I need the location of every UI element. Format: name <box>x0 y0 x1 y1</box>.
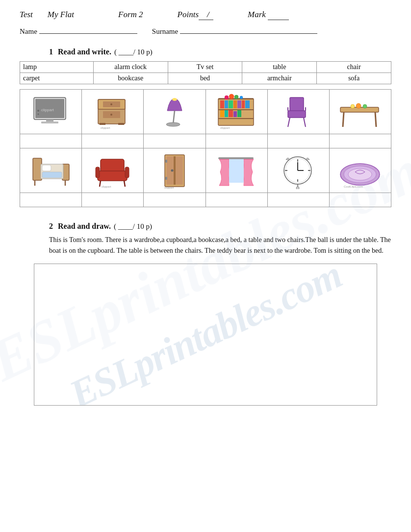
image-tv: clippart <box>20 90 82 134</box>
svg-rect-33 <box>233 111 237 117</box>
draw-area[interactable]: ESLprintables.com <box>34 264 377 406</box>
image-row2: clippart clippart <box>20 148 391 193</box>
svg-point-18 <box>172 98 177 101</box>
armchair-icon: clippart <box>91 152 135 189</box>
svg-text:clippart: clippart <box>101 126 110 129</box>
lamp-icon <box>153 94 197 130</box>
word-armchair: armchair <box>242 73 317 84</box>
svg-rect-55 <box>42 165 51 171</box>
section1-points: ( ____/ 10 p) <box>114 48 153 56</box>
svg-rect-22 <box>218 118 254 119</box>
answer-12[interactable] <box>330 193 391 207</box>
clock-icon <box>276 152 320 189</box>
svg-point-49 <box>351 104 355 108</box>
mark-blank <box>268 10 289 20</box>
image-lamp <box>144 90 206 134</box>
name-input-line[interactable] <box>39 26 137 34</box>
svg-rect-32 <box>229 110 233 117</box>
tv-icon: clippart <box>29 94 73 130</box>
curtains-icon <box>214 152 258 189</box>
answer-3[interactable] <box>144 134 206 148</box>
svg-point-4 <box>37 110 39 112</box>
svg-point-87 <box>348 169 372 180</box>
svg-rect-29 <box>245 100 250 108</box>
image-grid: clippart clippart <box>20 89 391 207</box>
surname-label: Surname <box>152 27 178 36</box>
carpet-icon: CoolClips.com <box>338 152 382 189</box>
image-row1: clippart clippart <box>20 90 391 134</box>
svg-line-48 <box>375 112 376 127</box>
svg-point-35 <box>225 96 229 99</box>
image-chair <box>268 90 330 134</box>
svg-rect-62 <box>125 167 129 178</box>
section2-points: ( ____/ 10 p) <box>114 222 152 231</box>
answer-7[interactable] <box>20 193 82 207</box>
svg-text:clippart: clippart <box>102 185 111 188</box>
nightstand-icon: clippart <box>91 94 135 130</box>
svg-rect-28 <box>242 100 245 108</box>
svg-line-42 <box>288 118 290 127</box>
page-header: Test My Flat Form 2 Points / Mark <box>20 10 391 22</box>
section2-header: 2 Read and draw. ( ____/ 10 p) <box>49 222 391 231</box>
section2-title: Read and draw. <box>58 222 111 231</box>
svg-rect-68 <box>174 156 176 185</box>
word-sofa: sofa <box>317 73 391 84</box>
image-armchair: clippart <box>82 148 144 193</box>
svg-point-50 <box>356 103 361 108</box>
svg-rect-71 <box>165 177 167 180</box>
section1-number: 1 <box>49 48 53 56</box>
svg-line-43 <box>304 118 306 127</box>
svg-point-12 <box>110 114 112 116</box>
svg-line-63 <box>100 181 101 187</box>
answer-6[interactable] <box>330 134 391 148</box>
answer-2[interactable] <box>82 134 144 148</box>
svg-rect-3 <box>41 121 58 123</box>
word-bank-row2: carpet bookcase bed armchair sofa <box>20 73 391 84</box>
image-nightstand: clippart <box>82 90 144 134</box>
answer-8[interactable] <box>82 193 144 207</box>
svg-text:clippart: clippart <box>220 126 230 129</box>
answer-1[interactable] <box>20 134 82 148</box>
chair-icon <box>276 94 320 130</box>
word-bookcase: bookcase <box>94 73 168 84</box>
name-label: Name <box>20 27 37 36</box>
svg-line-47 <box>343 112 344 127</box>
section1-title: Read and write. <box>58 48 111 56</box>
answer-row2 <box>20 193 391 207</box>
svg-text:clippart: clippart <box>164 186 174 189</box>
svg-rect-13 <box>100 123 105 125</box>
test-label: Test <box>20 10 33 20</box>
answer-9[interactable] <box>144 193 206 207</box>
word-bank: lamp alarm clock Tv set table chair carp… <box>20 61 391 84</box>
answer-row1 <box>20 134 391 148</box>
svg-rect-74 <box>229 159 244 183</box>
answer-11[interactable] <box>268 193 330 207</box>
answer-4[interactable] <box>206 134 268 148</box>
image-clock <box>268 148 330 193</box>
image-curtains <box>206 148 268 193</box>
svg-rect-30 <box>220 110 224 117</box>
image-bed <box>20 148 82 193</box>
svg-rect-60 <box>98 171 127 181</box>
svg-rect-41 <box>288 111 306 118</box>
word-bed: bed <box>168 73 243 84</box>
svg-rect-14 <box>118 123 124 125</box>
svg-rect-24 <box>225 100 228 108</box>
svg-point-84 <box>296 187 299 189</box>
surname-input-line[interactable] <box>180 26 317 34</box>
svg-rect-21 <box>218 109 254 110</box>
form-label: Form 2 <box>118 10 143 20</box>
svg-text:CoolClips.com: CoolClips.com <box>344 185 363 188</box>
word-lamp: lamp <box>20 62 94 73</box>
svg-point-36 <box>229 94 234 99</box>
svg-rect-2 <box>46 120 53 121</box>
svg-rect-34 <box>237 110 241 117</box>
section2-number: 2 <box>49 222 53 231</box>
svg-point-38 <box>240 96 243 99</box>
image-bookcase: clippart <box>206 90 268 134</box>
word-carpet: carpet <box>20 73 94 84</box>
answer-5[interactable] <box>268 134 330 148</box>
svg-point-10 <box>110 103 112 105</box>
answer-10[interactable] <box>206 193 268 207</box>
svg-rect-73 <box>218 157 254 159</box>
